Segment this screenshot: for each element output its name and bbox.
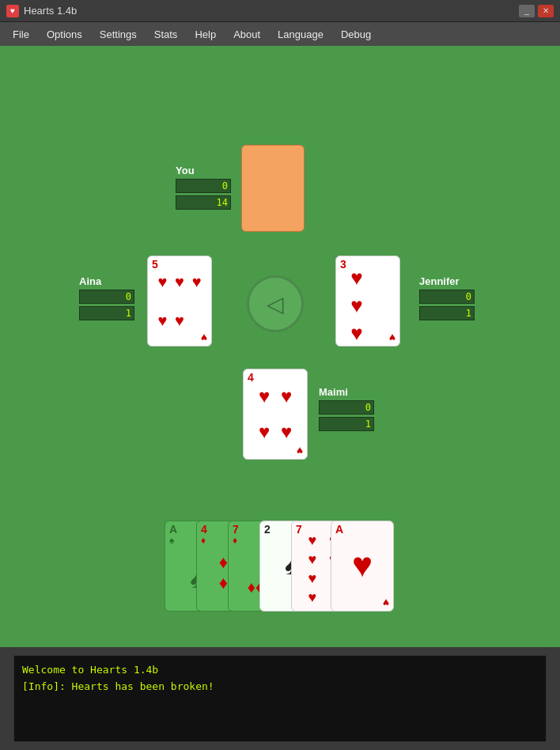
menu-item-language[interactable]: Language <box>270 25 331 44</box>
you-played-card <box>241 145 305 232</box>
pip1: ♥ <box>157 273 167 291</box>
title-bar: ♥ Hearts 1.4b _ ✕ <box>0 0 560 22</box>
jennifer-card-face: 3 ♥ ♥ ♥ ♥ <box>336 256 399 346</box>
hc2-suit: ♦ <box>201 535 206 546</box>
menu-bar: FileOptionsSettingsStatsHelpAboutLanguag… <box>0 22 560 46</box>
hc2-rank: 4 <box>201 524 207 535</box>
h5p1: ♥ <box>308 532 316 549</box>
jennifer-card-rank: 3 <box>340 259 346 270</box>
game-area: You 0 14 Aina 0 1 Jennifer 0 1 Maimi 0 <box>0 46 560 647</box>
player-maimi-score2-value: 1 <box>365 419 371 430</box>
maimi-card-face: 4 ♥ ♥ ♥ ♥ ♥ <box>244 369 307 459</box>
app-icon: ♥ <box>6 5 19 17</box>
h5p5: ♥ <box>308 570 316 587</box>
close-button[interactable]: ✕ <box>538 5 554 17</box>
player-aina-label: Aina <box>79 275 134 287</box>
jennifer-card-suit-br: ♥ <box>389 332 395 343</box>
aina-card-face: 5 ♥ ♥ ♥ ♥ ♥ ♥ <box>148 256 211 346</box>
jp1: ♥ <box>350 266 362 290</box>
player-maimi-score1: 0 <box>319 400 374 415</box>
player-aina-score2: 1 <box>79 306 134 320</box>
pass-icon: ◁ <box>267 291 284 317</box>
player-jennifer-score1: 0 <box>419 290 475 304</box>
mp4: ♥ <box>281 421 292 443</box>
player-you-score1: 0 <box>176 179 231 193</box>
mp2: ♥ <box>281 385 292 407</box>
menu-item-settings[interactable]: Settings <box>92 25 145 44</box>
aina-card-suit-br: ♥ <box>201 332 207 343</box>
title-bar-controls: _ ✕ <box>519 5 554 17</box>
maimi-card-rank: 4 <box>248 372 254 383</box>
hc6-face: A ♥ ♥ <box>331 521 393 611</box>
mp1: ♥ <box>259 385 270 407</box>
menu-item-options[interactable]: Options <box>39 25 90 44</box>
jennifer-played-card: 3 ♥ ♥ ♥ ♥ <box>335 256 400 347</box>
minimize-button[interactable]: _ <box>519 5 535 17</box>
menu-item-file[interactable]: File <box>5 25 37 44</box>
player-jennifer-score2: 1 <box>419 306 475 320</box>
player-you-score1-value: 0 <box>222 180 228 191</box>
hc1-suit: ♠ <box>169 535 174 546</box>
hc6-center: ♥ <box>352 544 373 584</box>
hc4-rank: 2 <box>264 524 271 535</box>
window-title: Hearts 1.4b <box>24 5 77 17</box>
hc3-suit: ♦ <box>233 535 237 546</box>
player-aina-score2-value: 1 <box>126 308 131 319</box>
hc6-rank: A <box>335 524 343 535</box>
aina-played-card: 5 ♥ ♥ ♥ ♥ ♥ ♥ <box>147 256 212 347</box>
hc6-suit-br: ♥ <box>383 597 389 608</box>
menu-item-debug[interactable]: Debug <box>333 25 379 44</box>
pass-button[interactable]: ◁ <box>247 275 304 332</box>
jp2: ♥ <box>350 294 362 318</box>
hc3-rank: 7 <box>233 524 239 535</box>
menu-item-about[interactable]: About <box>225 25 268 44</box>
hand-card-6[interactable]: A ♥ ♥ <box>331 521 394 612</box>
pip5: ♥ <box>175 312 184 330</box>
player-maimi-score2: 1 <box>319 417 374 431</box>
player-you-label: You <box>176 165 231 176</box>
mp3: ♥ <box>259 421 270 443</box>
title-bar-left: ♥ Hearts 1.4b <box>6 5 77 17</box>
hc1-rank: A <box>169 524 177 535</box>
message-log: Welcome to Hearts 1.4b[Info]: Hearts has… <box>13 655 547 742</box>
player-maimi-score1-value: 0 <box>365 402 371 413</box>
menu-item-help[interactable]: Help <box>187 25 224 44</box>
maimi-card-suit-br: ♥ <box>297 445 303 456</box>
log-line: [Info]: Hearts has been broken! <box>22 679 538 695</box>
h5p7: ♥ <box>308 589 316 606</box>
h5p3: ♥ <box>308 551 316 568</box>
player-jennifer-label: Jennifer <box>419 275 475 287</box>
player-you-score2-value: 14 <box>217 197 228 208</box>
player-aina-score: Aina 0 1 <box>79 275 134 320</box>
player-aina-score1: 0 <box>79 290 134 304</box>
menu-item-stats[interactable]: Stats <box>146 25 186 44</box>
player-jennifer-score2-value: 1 <box>466 308 471 319</box>
pip3: ♥ <box>192 273 202 291</box>
aina-card-rank: 5 <box>152 259 158 270</box>
maimi-played-card: 4 ♥ ♥ ♥ ♥ ♥ <box>243 369 308 460</box>
pip4: ♥ <box>157 312 167 330</box>
player-you-score2: 14 <box>176 195 231 210</box>
pip2: ♥ <box>175 273 184 291</box>
player-aina-score1-value: 0 <box>126 291 131 302</box>
player-maimi-label: Maimi <box>319 386 374 398</box>
player-jennifer-score1-value: 0 <box>466 291 471 302</box>
player-maimi-score: Maimi 0 1 <box>319 386 374 431</box>
log-line: Welcome to Hearts 1.4b <box>22 662 538 679</box>
jp3: ♥ <box>350 321 362 346</box>
player-you-score: You 0 14 <box>176 165 231 210</box>
player-jennifer-score: Jennifer 0 1 <box>419 275 475 320</box>
